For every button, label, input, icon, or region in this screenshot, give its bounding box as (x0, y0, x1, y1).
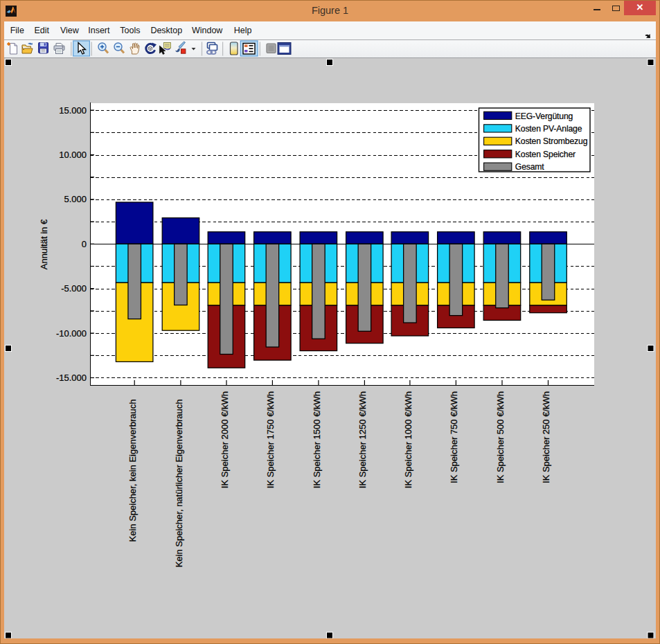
svg-text:Kosten Strombezug: Kosten Strombezug (515, 136, 588, 146)
svg-text:IK Speicher 250 €/kWh: IK Speicher 250 €/kWh (541, 391, 551, 483)
svg-text:-5.000: -5.000 (61, 283, 87, 294)
svg-text:10.000: 10.000 (59, 150, 87, 160)
svg-text:-10.000: -10.000 (56, 328, 87, 339)
svg-text:IK Speicher 500 €/kWh: IK Speicher 500 €/kWh (495, 391, 506, 483)
svg-text:Kosten Speicher: Kosten Speicher (515, 150, 576, 159)
svg-text:IK Speicher 750 €/kWh: IK Speicher 750 €/kWh (449, 391, 459, 483)
svg-text:Kosten PV-Anlage: Kosten PV-Anlage (515, 124, 582, 134)
svg-text:5.000: 5.000 (64, 194, 87, 204)
svg-text:IK Speicher 1500 €/kWh: IK Speicher 1500 €/kWh (312, 391, 322, 488)
svg-text:Kein Speicher, kein Eigenverbr: Kein Speicher, kein Eigenverbrauch (127, 400, 138, 542)
svg-text:IK Speicher 1250 €/kWh: IK Speicher 1250 €/kWh (357, 391, 368, 488)
svg-text:Annuität in €: Annuität in € (39, 219, 49, 269)
svg-text:15.000: 15.000 (59, 105, 87, 116)
svg-text:IK Speicher 2000 €/kWh: IK Speicher 2000 €/kWh (220, 391, 230, 488)
svg-text:IK Speicher 1000 €/kWh: IK Speicher 1000 €/kWh (403, 391, 413, 488)
svg-text:Gesamt: Gesamt (515, 162, 545, 172)
svg-text:Kein Speicher, natürlicher Eig: Kein Speicher, natürlicher Eigenverbrauc… (174, 400, 184, 568)
svg-text:0: 0 (82, 239, 87, 249)
svg-text:IK Speicher 1750 €/kWh: IK Speicher 1750 €/kWh (265, 391, 276, 488)
svg-text:EEG-Vergütung: EEG-Vergütung (515, 111, 573, 121)
svg-text:-15.000: -15.000 (56, 373, 87, 383)
